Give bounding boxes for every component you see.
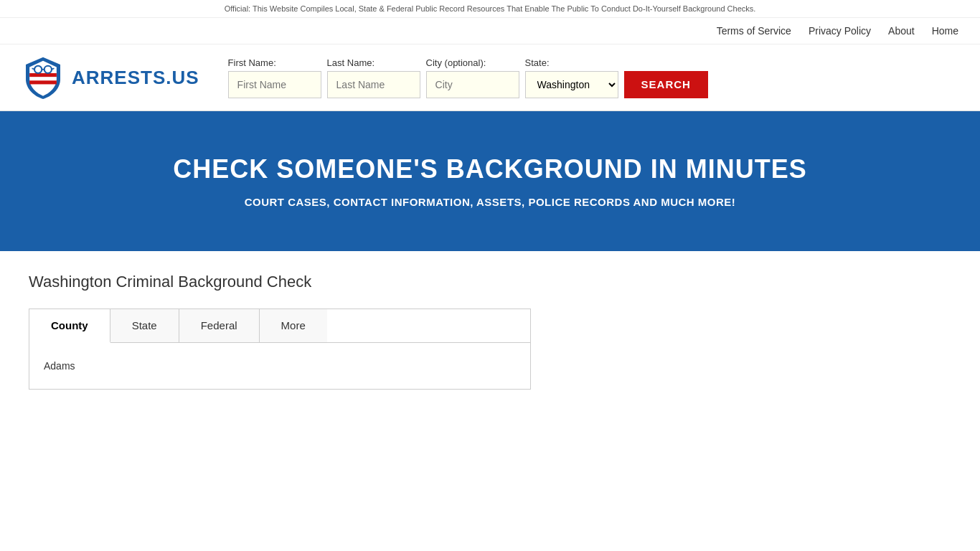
record-table: County State Federal More Adams xyxy=(29,309,531,390)
nav-terms[interactable]: Terms of Service xyxy=(717,25,791,37)
city-label: City (optional): xyxy=(426,57,519,68)
hero-heading: CHECK SOMEONE'S BACKGROUND IN MINUTES xyxy=(14,154,966,184)
svg-rect-0 xyxy=(29,73,57,77)
list-item[interactable]: Adams xyxy=(44,354,516,377)
svg-rect-1 xyxy=(29,80,57,84)
tab-more[interactable]: More xyxy=(260,309,327,342)
search-area: First Name: Last Name: City (optional): … xyxy=(228,57,708,98)
state-label: State: xyxy=(525,57,618,68)
last-name-input[interactable] xyxy=(327,71,420,98)
top-banner: Official: This Website Compiles Local, S… xyxy=(0,0,980,18)
first-name-label: First Name: xyxy=(228,57,321,68)
last-name-label: Last Name: xyxy=(327,57,420,68)
first-name-input[interactable] xyxy=(228,71,321,98)
logo-text: ARRESTS.US xyxy=(72,67,199,89)
logo-area: ARRESTS.US xyxy=(22,56,199,99)
state-field: State: Select State Alabama Alaska Arizo… xyxy=(525,57,618,98)
banner-text: Official: This Website Compiles Local, S… xyxy=(225,4,756,13)
search-button[interactable]: SEARCH xyxy=(624,71,708,98)
last-name-field: Last Name: xyxy=(327,57,420,98)
page-subtitle: Washington Criminal Background Check xyxy=(29,273,832,291)
city-field: City (optional): xyxy=(426,57,519,98)
tab-county[interactable]: County xyxy=(29,309,110,343)
tab-header: County State Federal More xyxy=(29,309,530,343)
nav-privacy[interactable]: Privacy Policy xyxy=(809,25,871,37)
tab-federal[interactable]: Federal xyxy=(179,309,260,342)
city-input[interactable] xyxy=(426,71,519,98)
logo-icon xyxy=(22,56,65,99)
tab-content: Adams xyxy=(29,343,530,389)
main-content: Washington Criminal Background Check Cou… xyxy=(0,251,861,411)
nav-about[interactable]: About xyxy=(888,25,915,37)
tab-state[interactable]: State xyxy=(110,309,179,342)
first-name-field: First Name: xyxy=(228,57,321,98)
nav-home[interactable]: Home xyxy=(932,25,958,37)
hero-section: CHECK SOMEONE'S BACKGROUND IN MINUTES CO… xyxy=(0,111,980,251)
state-select[interactable]: Select State Alabama Alaska Arizona Arka… xyxy=(525,71,618,98)
nav-bar: Terms of Service Privacy Policy About Ho… xyxy=(0,18,980,44)
header: ARRESTS.US First Name: Last Name: City (… xyxy=(0,44,980,111)
hero-subheading: COURT CASES, CONTACT INFORMATION, ASSETS… xyxy=(14,196,966,208)
